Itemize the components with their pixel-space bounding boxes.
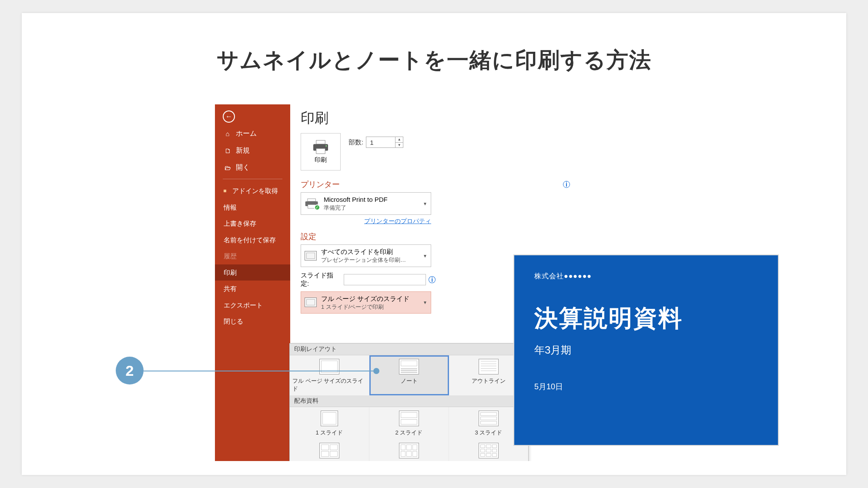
back-button[interactable]: ← <box>215 104 290 125</box>
popup-header-layout: 印刷レイアウト <box>290 344 528 355</box>
open-icon: 🗁 <box>224 164 231 171</box>
back-arrow-icon: ← <box>223 110 235 123</box>
combo-label: すべてのスライドを印刷 <box>321 247 406 256</box>
sidebar-item-label: 印刷 <box>224 268 237 277</box>
layout-option-label: アウトライン <box>472 377 506 385</box>
handout-option-6h[interactable]: 6 スライド (横) <box>369 439 449 461</box>
handout4-thumb-icon <box>319 443 339 458</box>
combo-label: フル ページ サイズのスライド <box>321 294 409 303</box>
combo-sublabel: 1 スライド/ページで印刷 <box>321 303 409 311</box>
sidebar-item-label: 情報 <box>224 203 237 212</box>
handout-option-2[interactable]: 2 スライド <box>369 407 449 439</box>
outline-thumb-icon <box>479 359 499 374</box>
chevron-down-icon: ▼ <box>423 300 427 305</box>
layout-icon <box>305 297 317 307</box>
chevron-down-icon: ▼ <box>423 253 427 258</box>
chevron-down-icon: ▼ <box>423 201 427 206</box>
sidebar-item-home[interactable]: ⌂ ホーム <box>215 125 290 142</box>
status-ok-icon: ✓ <box>314 204 320 211</box>
printer-properties-link[interactable]: プリンターのプロパティ <box>301 217 431 225</box>
sidebar-item-label: ホーム <box>236 129 257 138</box>
handout3-thumb-icon <box>479 411 499 426</box>
page-title: サムネイルとノートを一緒に印刷する方法 <box>22 46 846 75</box>
handout-option-label: 1 スライド <box>316 429 343 437</box>
copies-spinner[interactable]: 1 ▲▼ <box>366 137 403 148</box>
leader-line <box>144 371 374 371</box>
layout-option-label: フル ページ サイズのスライド <box>292 377 366 393</box>
svg-rect-0 <box>316 140 325 144</box>
info-icon[interactable]: i <box>563 181 570 188</box>
printer-name: Microsoft Print to PDF <box>324 195 388 204</box>
sidebar-item-print[interactable]: 印刷 <box>215 264 290 281</box>
handout2-thumb-icon <box>399 411 419 426</box>
step-badge: 2 <box>116 357 144 384</box>
handout-option-1[interactable]: 1 スライド <box>290 407 369 439</box>
settings-section-label: 設定 <box>301 231 316 242</box>
sidebar-item-label: 開く <box>236 163 250 172</box>
handout6-thumb-icon <box>399 443 419 458</box>
preview-title: 決算説明資料 <box>534 303 758 334</box>
svg-point-3 <box>325 145 327 147</box>
handout-option-4h[interactable]: 4 スライド (横) <box>290 439 369 461</box>
print-range-combo[interactable]: すべてのスライドを印刷 プレゼンテーション全体を印刷… ▼ <box>301 244 431 267</box>
printer-status: 準備完了 <box>324 204 388 212</box>
preview-subtitle: 年3月期 <box>534 343 758 357</box>
info-icon[interactable]: i <box>429 276 436 283</box>
sidebar-item-close[interactable]: 閉じる <box>215 313 290 330</box>
printer-status-icon: ✓ <box>305 198 319 209</box>
sidebar-separator <box>223 179 282 179</box>
layout-dropdown-popup: 印刷レイアウト フル ページ サイズのスライド ノート アウトライン <box>289 343 529 461</box>
sidebar-item-history: 履歴 <box>215 248 290 264</box>
printer-icon <box>312 140 330 154</box>
sidebar-item-label: アドインを取得 <box>232 187 278 195</box>
layout-option-label: ノート <box>401 377 418 385</box>
layout-combo[interactable]: フル ページ サイズのスライド 1 スライド/ページで印刷 ▼ <box>301 291 431 314</box>
combo-sublabel: プレゼンテーション全体を印刷… <box>321 256 406 264</box>
sidebar-item-saveas[interactable]: 名前を付けて保存 <box>215 232 290 248</box>
spinner-buttons[interactable]: ▲▼ <box>395 137 403 147</box>
chevron-up-icon[interactable]: ▲ <box>395 137 403 143</box>
copies-label: 部数: <box>349 138 363 147</box>
slide-canvas: サムネイルとノートを一緒に印刷する方法 2 ← ⌂ ホーム 🗋 新規 🗁 開く <box>22 13 846 475</box>
sidebar-item-label: 閉じる <box>224 317 243 326</box>
sidebar-item-export[interactable]: エクスポート <box>215 297 290 314</box>
backstage-sidebar: ← ⌂ ホーム 🗋 新規 🗁 開く アドインを取得 情報 上書き保存 名前を付け… <box>215 104 290 461</box>
printer-combo[interactable]: ✓ Microsoft Print to PDF 準備完了 ▼ <box>301 192 431 215</box>
leader-dot <box>373 368 379 374</box>
sidebar-item-save[interactable]: 上書き保存 <box>215 215 290 232</box>
sidebar-item-share[interactable]: 共有 <box>215 281 290 297</box>
panel-title: 印刷 <box>301 109 570 128</box>
sidebar-item-open[interactable]: 🗁 開く <box>215 159 290 176</box>
bullet-icon <box>224 190 226 192</box>
preview-company: 株式会社●●●●●● <box>534 272 758 281</box>
print-preview: 株式会社●●●●●● 決算説明資料 年3月期 5月10日 <box>513 254 779 446</box>
copies-value: 1 <box>366 137 395 147</box>
printer-section-label: プリンター <box>301 179 340 190</box>
sidebar-item-info[interactable]: 情報 <box>215 199 290 216</box>
sidebar-item-label: エクスポート <box>224 301 263 310</box>
sidebar-item-addins[interactable]: アドインを取得 <box>215 183 290 199</box>
slide-range-input[interactable] <box>344 274 426 285</box>
print-button[interactable]: 印刷 <box>301 133 341 170</box>
sidebar-item-label: 共有 <box>224 284 237 293</box>
slides-all-icon <box>305 251 317 261</box>
sidebar-item-new[interactable]: 🗋 新規 <box>215 142 290 159</box>
handout-option-label: 3 スライド <box>475 429 503 437</box>
home-icon: ⌂ <box>224 130 231 137</box>
slide-range-label: スライド指定: <box>301 271 341 288</box>
preview-date: 5月10日 <box>534 381 758 392</box>
new-icon: 🗋 <box>224 147 231 154</box>
notes-thumb-icon <box>399 359 419 374</box>
fullpage-thumb-icon <box>319 359 339 374</box>
handout1-thumb-icon <box>321 411 338 426</box>
handout-option-label: 2 スライド <box>395 429 423 437</box>
svg-rect-4 <box>308 199 316 201</box>
sidebar-item-label: 名前を付けて保存 <box>224 236 276 244</box>
sidebar-item-label: 履歴 <box>224 252 237 261</box>
chevron-down-icon[interactable]: ▼ <box>395 143 403 148</box>
popup-header-handouts: 配布資料 <box>290 395 528 407</box>
sidebar-item-label: 新規 <box>236 146 250 155</box>
sidebar-item-label: 上書き保存 <box>224 219 256 228</box>
layout-option-fullpage[interactable]: フル ページ サイズのスライド <box>290 355 369 395</box>
layout-option-notes[interactable]: ノート <box>369 355 449 395</box>
